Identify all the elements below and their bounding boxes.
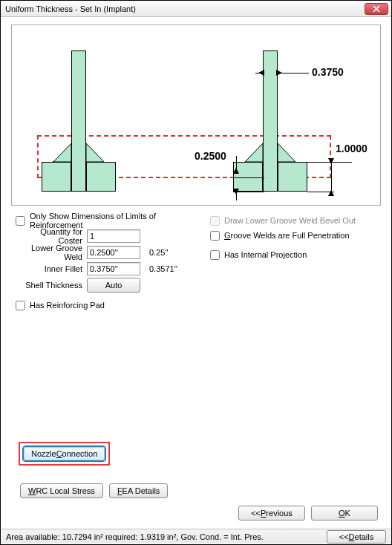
cb-has-internal-proj[interactable]: Has Internal Projection	[209, 247, 378, 262]
dim-line	[277, 50, 278, 77]
checkbox[interactable]	[16, 301, 25, 310]
ok-button[interactable]: OK	[311, 506, 378, 520]
lgw-input[interactable]	[87, 246, 140, 259]
arrow-icon	[233, 168, 239, 174]
arrow-icon	[328, 190, 334, 196]
if-hint: 0.3571''	[140, 264, 177, 273]
dim-top-label: 0.3750	[312, 66, 344, 78]
dim-mid-label: 0.2500	[195, 150, 226, 162]
dim-line	[278, 73, 309, 74]
diagram-area: 0.3750 1.0000 0.2500	[11, 25, 381, 206]
highlight-box: Nozzle Connection	[19, 442, 110, 466]
form-area: Only Show Dimensions of Limits of Reinfo…	[1, 210, 391, 316]
dim-line	[233, 177, 264, 178]
cb-label: Groove Welds are Full Penetration	[224, 231, 350, 240]
cb-label: Has Internal Projection	[224, 250, 307, 259]
arrow-icon	[233, 189, 239, 195]
if-input[interactable]	[87, 262, 140, 275]
close-button[interactable]	[365, 3, 388, 15]
nav-buttons: << Previous OK	[238, 506, 378, 520]
cb-only-show-limits[interactable]: Only Show Dimensions of Limits of Reinfo…	[14, 213, 200, 228]
close-icon	[373, 5, 380, 13]
dim-right-label: 1.0000	[336, 143, 368, 154]
cb-groove-full-pen[interactable]: Groove Welds are Full Penetration	[209, 228, 378, 243]
qty-label: Quantity for Coster	[14, 227, 87, 245]
nozzle-connection-button[interactable]: Nozzle Connection	[23, 446, 105, 461]
window-title: Uniform Thickness - Set In (Implant)	[4, 4, 365, 13]
wrc-local-stress-button[interactable]: WRC Local Stress	[20, 483, 103, 498]
statusbar: Area available: 10.7294 in² required: 1.…	[1, 529, 391, 544]
auto-button[interactable]: Auto	[87, 278, 140, 293]
if-label: Inner Fillet	[14, 264, 87, 273]
checkbox[interactable]	[210, 231, 220, 241]
lgw-hint: 0.25''	[140, 248, 169, 257]
dim-line	[263, 50, 264, 77]
cb-label: Draw Lower Groove Weld Bevel Out	[224, 216, 356, 225]
checkbox	[210, 216, 220, 226]
cb-has-reinforcing-pad[interactable]: Has Reinforcing Pad	[14, 298, 200, 313]
lgw-label: Lower Groove Weld	[14, 244, 87, 261]
details-button[interactable]: << Details	[327, 530, 386, 544]
qty-input[interactable]	[87, 229, 140, 243]
st-label: Shell Thickness	[14, 281, 87, 290]
checkbox[interactable]	[210, 250, 220, 260]
form-left-column: Only Show Dimensions of Limits of Reinfo…	[14, 213, 200, 313]
cb-draw-lower-bevel: Draw Lower Groove Weld Bevel Out	[209, 213, 378, 228]
form-right-column: Draw Lower Groove Weld Bevel Out Groove …	[200, 213, 378, 313]
status-text: Area available: 10.7294 in² required: 1.…	[6, 532, 327, 541]
cb-label: Has Reinforcing Pad	[30, 301, 105, 310]
titlebar: Uniform Thickness - Set In (Implant)	[1, 1, 391, 17]
bottom-buttons: WRC Local Stress FEA Details	[20, 483, 168, 498]
dim-line	[331, 162, 332, 192]
previous-button[interactable]: << Previous	[238, 506, 305, 520]
arrow-icon	[328, 158, 334, 164]
checkbox[interactable]	[16, 216, 25, 226]
fea-details-button[interactable]: FEA Details	[109, 483, 168, 498]
